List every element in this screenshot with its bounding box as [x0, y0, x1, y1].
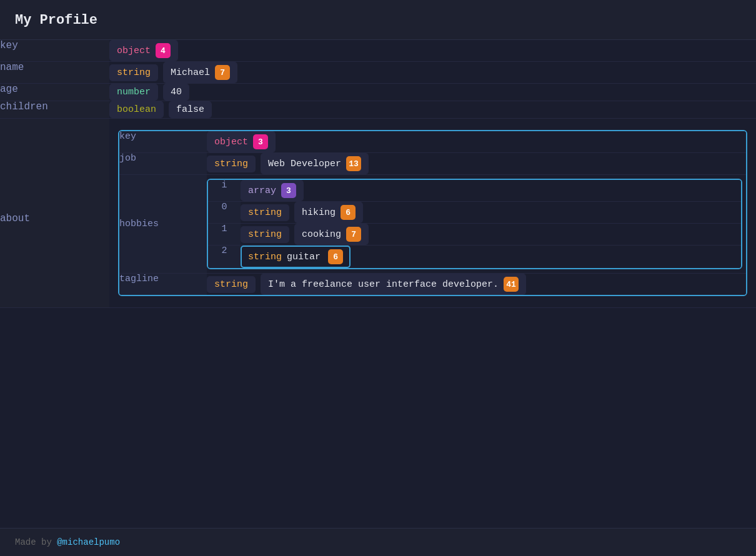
array-value-header: array 3 — [241, 180, 741, 202]
value-text-hiking: hiking 6 — [294, 202, 363, 223]
value-text-guitar: guitar — [287, 252, 321, 262]
table-row-age: age number 40 — [0, 84, 756, 101]
footer-text: Made by — [15, 537, 57, 547]
value-text-children: false — [169, 101, 212, 118]
key-label-children: children — [0, 101, 109, 119]
type-badge-string-cooking: string — [241, 226, 289, 243]
count-badge-cooking: 7 — [346, 227, 361, 242]
type-badge-array: array 3 — [241, 180, 304, 201]
nested-row-tagline: tagline string I'm a freelance user inte — [119, 274, 746, 295]
highlighted-guitar-value: string guitar 6 — [241, 246, 351, 268]
main-content: key object 4 name — [0, 40, 756, 528]
nested-key-label-job: job — [119, 153, 207, 175]
key-label-key: key — [0, 40, 109, 62]
type-badge-number: number — [109, 84, 158, 101]
type-badge-string-name: string — [109, 64, 158, 81]
nested-key-label-key: key — [119, 131, 207, 153]
count-badge: 4 — [156, 43, 171, 58]
type-badge-string-hiking: string — [241, 204, 289, 221]
array-row-0: 0 string — [208, 202, 741, 224]
count-badge-name: 7 — [215, 65, 230, 80]
array-index-2: 2 — [208, 246, 241, 269]
table-row-children: children boolean false — [0, 101, 756, 119]
array-row-header: i array 3 — [208, 180, 741, 202]
nested-row-key: key object 3 — [119, 131, 746, 153]
key-label-age: age — [0, 84, 109, 101]
type-badge-string-guitar: string — [248, 252, 282, 262]
nested-value-key: object 3 — [207, 131, 746, 153]
table-row-key: key object 4 — [0, 40, 756, 62]
app-container: My Profile key object 4 — [0, 0, 756, 556]
type-badge-object: object 4 — [109, 40, 178, 61]
array-row-1: 1 string — [208, 224, 741, 246]
value-cell-age: number 40 — [109, 84, 756, 101]
value-cell-children: boolean false — [109, 101, 756, 119]
nested-value-job: string Web Developer 13 — [207, 153, 746, 175]
nested-value-tagline: string I'm a freelance user interface de… — [207, 274, 746, 295]
value-text-age: 40 — [163, 84, 189, 101]
count-badge-guitar: 6 — [328, 249, 343, 264]
nested-type-badge-string-job: string — [207, 156, 256, 172]
about-nested-container: key object 3 — [118, 130, 747, 296]
nested-row-hobbies: hobbies i — [119, 175, 746, 274]
profile-table: key object 4 name — [0, 40, 756, 308]
type-badge-boolean: boolean — [109, 101, 164, 118]
title-text: My Profile — [15, 12, 97, 28]
array-value-0: string hiking 6 — [241, 202, 741, 224]
count-badge-tagline: 41 — [504, 277, 519, 292]
value-cell-key: object 4 — [109, 40, 756, 62]
nested-count-badge-key: 3 — [253, 134, 268, 149]
count-badge-array: 3 — [281, 183, 296, 198]
nested-type-badge-string-tagline: string — [207, 276, 256, 293]
footer: Made by @michaelpumo — [0, 528, 756, 556]
array-index-0: 0 — [208, 202, 241, 224]
array-value-1: string cooking 7 — [241, 224, 741, 246]
nested-type-badge-object: object 3 — [207, 131, 276, 152]
array-index-1: 1 — [208, 224, 241, 246]
nested-value-hobbies: i array 3 — [207, 175, 746, 274]
value-cell-name: string Michael 7 — [109, 62, 756, 84]
footer-link[interactable]: @michaelpumo — [57, 537, 120, 547]
footer-link-text: @michaelpumo — [57, 537, 120, 547]
value-cell-about: key object 3 — [109, 119, 756, 308]
hobbies-array-container: i array 3 — [207, 179, 742, 269]
table-row-name: name string Michael 7 — [0, 62, 756, 84]
nested-key-label-hobbies: hobbies — [119, 175, 207, 274]
key-label-about: about — [0, 119, 109, 308]
array-row-2: 2 string — [208, 246, 741, 269]
key-label-name: name — [0, 62, 109, 84]
nested-key-label-tagline: tagline — [119, 274, 207, 295]
nested-row-job: job string Web Developer — [119, 153, 746, 175]
array-index-i: i — [208, 180, 241, 202]
value-text-name: Michael 7 — [163, 62, 237, 83]
count-badge-hiking: 6 — [341, 205, 356, 220]
value-text-tagline: I'm a freelance user interface developer… — [261, 274, 526, 295]
hobbies-array-table: i array 3 — [208, 180, 741, 268]
about-nested-table: key object 3 — [119, 131, 746, 295]
page-title: My Profile — [0, 0, 756, 40]
count-badge-job: 13 — [346, 156, 361, 171]
array-value-2: string guitar 6 — [241, 246, 741, 269]
value-text-cooking: cooking 7 — [294, 224, 369, 245]
table-row-about: about key — [0, 119, 756, 308]
value-text-job: Web Developer 13 — [261, 153, 369, 174]
